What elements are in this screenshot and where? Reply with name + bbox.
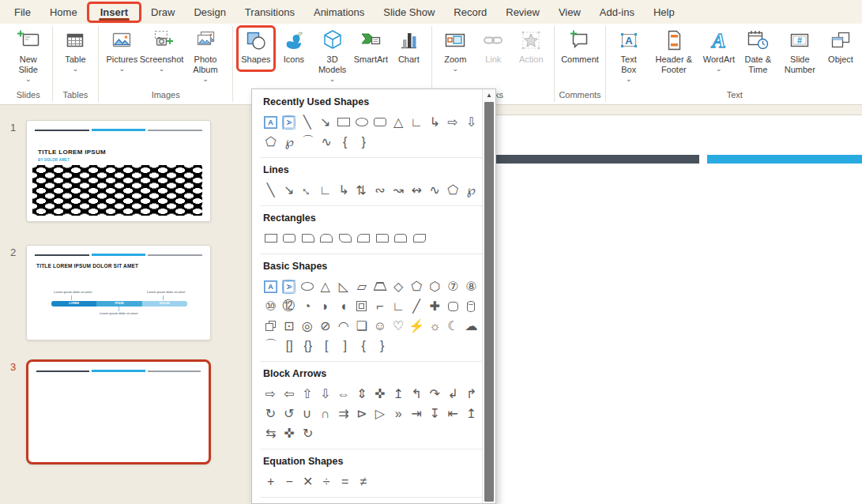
curved-up-arrow-shape[interactable]: ∪ xyxy=(298,404,316,423)
curved-right-arrow-shape[interactable]: ↻ xyxy=(262,404,280,423)
right-brace-shape[interactable]: } xyxy=(373,336,392,355)
scribble-shape[interactable]: ℘ xyxy=(462,180,480,200)
right-arrow-shape[interactable]: ⇨ xyxy=(262,384,280,404)
snip-same-side-corner-rectangle-shape[interactable] xyxy=(318,228,337,248)
circular-arrow-shape[interactable]: ↻ xyxy=(299,423,318,443)
down-arrow-shape[interactable]: ⇩ xyxy=(316,384,334,404)
minus-shape[interactable]: − xyxy=(280,472,299,491)
cloud-shape[interactable]: ☁ xyxy=(462,316,480,336)
elbow-arrow-connector-shape[interactable]: ↳ xyxy=(426,112,444,132)
up-arrow-callout-shape[interactable]: ↥ xyxy=(462,404,480,423)
right-bracket-shape[interactable]: ] xyxy=(336,336,355,355)
down-arrow-shape[interactable]: ⇩ xyxy=(462,112,480,132)
tab-animations[interactable]: Animations xyxy=(304,2,374,22)
text-box-button[interactable]: AText Box⌄ xyxy=(610,27,648,84)
curved-down-arrow-shape[interactable]: ∩ xyxy=(316,404,334,423)
left-arrow-callout-shape[interactable]: ⇤ xyxy=(444,404,462,423)
new-slide-button[interactable]: New Slide⌄ xyxy=(9,27,48,84)
donut-shape[interactable]: ◎ xyxy=(298,316,316,336)
tab-view[interactable]: View xyxy=(549,2,590,22)
quad-arrow-callout-shape[interactable]: ✜ xyxy=(280,423,299,443)
curve-shape[interactable]: ∿ xyxy=(426,180,444,200)
diamond-shape[interactable]: ◇ xyxy=(390,276,408,296)
right-brace-shape[interactable]: } xyxy=(355,132,374,152)
slide-2-thumbnail[interactable]: TITLE LOREM IPSUM DOLOR SIT AMETLOREMIPS… xyxy=(26,245,211,340)
scrollbar-thumb[interactable] xyxy=(484,102,494,502)
u-turn-arrow-shape[interactable]: ↷ xyxy=(426,384,444,404)
shapes-button[interactable]: Shapes⌄ xyxy=(237,27,275,73)
block-arc-shape[interactable]: ◠ xyxy=(334,316,352,336)
screenshot-button[interactable]: Screenshot⌄ xyxy=(141,27,183,73)
half-frame-shape[interactable]: ⌐ xyxy=(371,296,389,316)
up-down-arrow-shape[interactable]: ⇕ xyxy=(352,384,371,404)
chord-shape[interactable]: ◖ xyxy=(334,296,352,316)
rounded-rectangle-shape[interactable] xyxy=(371,112,389,132)
pictures-button[interactable]: Pictures⌄ xyxy=(103,27,141,73)
up-arrow-shape[interactable]: ⇧ xyxy=(298,384,316,404)
tab-add-ins[interactable]: Add-ins xyxy=(590,2,644,22)
freeform-shape[interactable]: ⬠ xyxy=(444,180,462,200)
left-right-arrow-callout-shape[interactable]: ⇆ xyxy=(262,423,280,443)
isosceles-triangle-shape[interactable]: △ xyxy=(316,276,334,296)
zoom-button[interactable]: Zoom⌄ xyxy=(436,27,474,73)
regular-pentagon-shape[interactable]: ⬠ xyxy=(408,276,426,296)
smartart-button[interactable]: SmartArt xyxy=(352,27,390,66)
trapezoid-shape[interactable] xyxy=(371,276,389,296)
round-diagonal-corner-rectangle-shape[interactable] xyxy=(410,228,429,248)
round-single-corner-rectangle-shape[interactable] xyxy=(373,228,392,248)
curved-arrow-connector-shape[interactable]: ↝ xyxy=(390,180,408,200)
diagonal-stripe-shape[interactable]: ╱ xyxy=(408,296,426,316)
line-arrow-shape[interactable]: ↘ xyxy=(316,112,334,132)
sun-shape[interactable]: ☼ xyxy=(426,316,444,336)
smiley-face-shape[interactable]: ☺ xyxy=(371,316,389,336)
tab-help[interactable]: Help xyxy=(644,2,684,22)
multiply-shape[interactable]: ✕ xyxy=(299,472,318,491)
tab-review[interactable]: Review xyxy=(496,2,549,22)
plaque-shape[interactable] xyxy=(444,296,462,316)
line-shape[interactable]: ╲ xyxy=(298,112,316,132)
slide-1-thumbnail[interactable]: TITLE LOREM IPSUMBY DOLOR AMET xyxy=(26,120,211,222)
right-arrow-shape[interactable]: ⇨ xyxy=(444,112,462,132)
curved-double-arrow-connector-shape[interactable]: ↭ xyxy=(408,180,426,200)
line-arrow-shape[interactable]: ↘ xyxy=(280,180,298,200)
tab-insert[interactable]: Insert xyxy=(87,2,141,23)
division-shape[interactable]: ÷ xyxy=(318,472,337,491)
bent-up-arrow-shape[interactable]: ↲ xyxy=(444,384,462,404)
isosceles-triangle-shape[interactable]: △ xyxy=(390,112,408,132)
shapes-menu-scrollbar[interactable]: ▲ xyxy=(482,89,495,503)
freeform-shape[interactable]: ⬠ xyxy=(262,132,280,152)
slide-divider-blue-bar[interactable] xyxy=(707,155,862,164)
bevel-shape[interactable]: ⊡ xyxy=(280,316,298,336)
curved-connector-shape[interactable]: ∾ xyxy=(371,180,389,200)
line-double-arrow-shape[interactable]: ↔ xyxy=(298,180,316,200)
snip-round-single-corner-rectangle-shape[interactable] xyxy=(355,228,374,248)
can-shape[interactable] xyxy=(462,296,480,316)
tab-record[interactable]: Record xyxy=(444,2,496,22)
3d-models-button[interactable]: 3D Models⌄ xyxy=(313,27,352,84)
rounded-rectangle-shape[interactable] xyxy=(280,228,299,248)
left-arrow-shape[interactable]: ⇦ xyxy=(280,384,298,404)
chart-button[interactable]: Chart xyxy=(390,27,427,66)
parallelogram-shape[interactable]: ▱ xyxy=(352,276,371,296)
object-button[interactable]: Object xyxy=(822,27,860,66)
striped-right-arrow-shape[interactable]: ⇉ xyxy=(334,404,352,423)
oval-shape[interactable] xyxy=(352,112,371,132)
slide-3-number[interactable]: 3 xyxy=(0,359,26,465)
teardrop-shape[interactable]: ◗ xyxy=(316,296,334,316)
rectangle-shape[interactable] xyxy=(262,228,280,248)
round-same-side-corner-rectangle-shape[interactable] xyxy=(392,228,411,248)
notched-right-arrow-shape[interactable]: ⊳ xyxy=(352,404,371,423)
wordart-button[interactable]: AWordArt⌄ xyxy=(700,27,738,73)
elbow-connector-shape[interactable]: ∟ xyxy=(316,180,334,200)
curve-shape[interactable]: ∿ xyxy=(318,132,337,152)
left-brace-shape[interactable]: { xyxy=(355,336,374,355)
left-right-up-arrow-shape[interactable]: ↥ xyxy=(390,384,408,404)
text-box-shape[interactable]: A xyxy=(262,112,280,132)
moon-shape[interactable]: ☾ xyxy=(444,316,462,336)
rectangle-shape[interactable] xyxy=(334,112,352,132)
photo-album-button[interactable]: Photo Album⌄ xyxy=(183,27,228,84)
tab-design[interactable]: Design xyxy=(184,2,235,22)
slide-3-thumbnail[interactable] xyxy=(26,359,211,465)
left-bracket-shape[interactable]: [ xyxy=(318,336,337,355)
frame-shape[interactable] xyxy=(352,296,371,316)
